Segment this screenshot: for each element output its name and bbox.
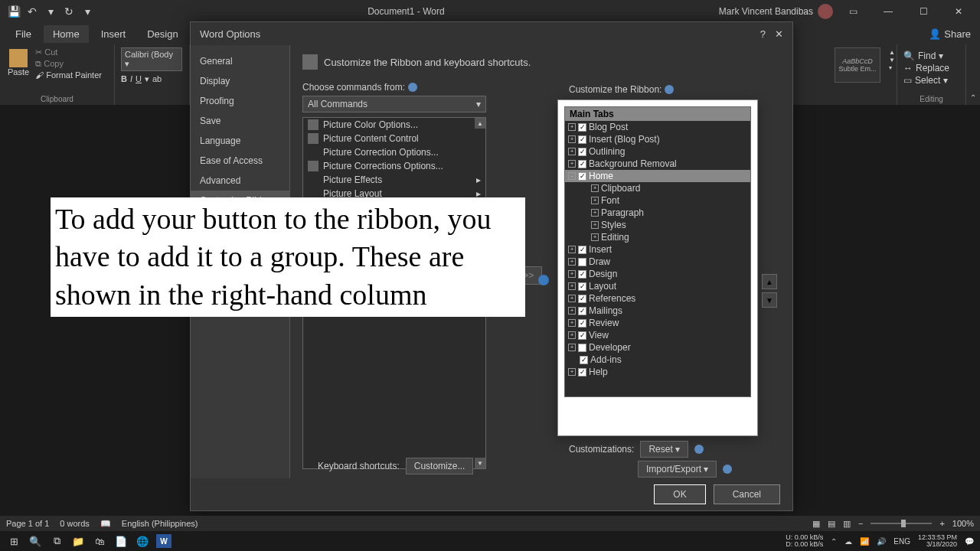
expand-icon[interactable]: + [568,148,576,155]
sidebar-item-language[interactable]: Language [191,131,289,151]
checkbox[interactable]: ✓ [578,135,586,144]
ribbon-tree[interactable]: Main Tabs+✓Blog Post+✓Insert (Blog Post)… [564,106,751,397]
import-export-button[interactable]: Import/Export ▾ [638,461,717,478]
tree-item[interactable]: +✓Insert (Blog Post) [565,133,750,145]
language-indicator[interactable]: English (Philippines) [122,519,198,528]
style-up-icon[interactable]: ▲ [889,49,895,56]
notification-icon[interactable]: 💬 [965,537,974,546]
expand-icon[interactable]: + [568,307,576,315]
info-icon[interactable] [723,465,732,474]
command-list-item[interactable]: Picture Correction Options... [303,145,485,159]
command-list-item[interactable]: Picture Color Options... [303,118,485,132]
copy-button[interactable]: ⧉ Copy [35,59,102,69]
expand-icon[interactable]: + [591,197,599,204]
tree-item[interactable]: +✓Layout [565,280,750,292]
expand-icon[interactable]: + [568,270,576,278]
font-select[interactable]: Calibri (Body ▾ [121,47,182,71]
checkbox[interactable] [578,258,586,266]
read-mode-icon[interactable]: ▦ [812,519,820,529]
maximize-icon[interactable]: ☐ [908,0,939,23]
expand-icon[interactable]: + [568,331,576,339]
file-explorer-icon[interactable]: 📁 [70,534,86,548]
redo-icon[interactable]: ↻ [63,5,75,18]
style-preview[interactable]: AaBbCcDSubtle Em... [835,47,880,83]
help-icon[interactable]: ? [760,28,766,40]
dropdown-icon[interactable]: ▾ [81,5,93,18]
checkbox[interactable]: ✓ [578,331,586,340]
sidebar-item-proofing[interactable]: Proofing [191,91,289,111]
dropdown-icon[interactable]: ▾ [44,5,57,18]
tree-item[interactable]: +Paragraph [565,207,750,219]
style-more-icon[interactable]: ▾ [889,64,895,71]
checkbox[interactable]: ✓ [578,270,586,279]
tray-chevron-icon[interactable]: ⌃ [831,537,837,546]
find-button[interactable]: 🔍 Find ▾ [903,51,959,61]
undo-icon[interactable]: ↶ [26,5,38,18]
command-list-item[interactable]: Picture Corrections Options... [303,159,485,173]
search-icon[interactable]: 🔍 [28,534,43,548]
checkbox[interactable]: ✓ [578,172,586,181]
expand-icon[interactable]: + [591,233,599,241]
tree-item[interactable]: +✓References [565,292,750,305]
close-dialog-icon[interactable]: ✕ [775,28,783,40]
zoom-out-icon[interactable]: − [858,519,863,528]
tree-item[interactable]: +Draw [565,256,750,268]
checkbox[interactable] [578,344,586,352]
ribbon-options-icon[interactable]: ▭ [838,0,868,23]
info-icon[interactable] [665,85,674,94]
zoom-level[interactable]: 100% [952,519,974,528]
tab-home[interactable]: Home [44,25,89,43]
page-indicator[interactable]: Page 1 of 1 [6,519,49,528]
tree-item[interactable]: +✓Help [565,366,750,378]
ime-indicator[interactable]: ENG [893,537,910,546]
customize-keyboard-button[interactable]: Customize... [406,458,474,474]
checkbox[interactable]: ✓ [578,160,586,168]
expand-icon[interactable]: + [568,258,576,266]
expand-icon[interactable]: + [591,221,599,229]
paste-button[interactable]: Paste [6,47,31,80]
expand-icon[interactable]: - [568,172,576,180]
store-icon[interactable]: 🛍 [92,534,107,548]
tree-item[interactable]: +Clipboard [565,182,750,194]
tab-file[interactable]: File [6,25,41,43]
tree-item[interactable]: ✓Add-ins [565,354,750,366]
notepad-icon[interactable]: 📄 [113,534,129,548]
volume-icon[interactable]: 🔊 [877,537,886,546]
cancel-button[interactable]: Cancel [714,484,780,504]
expand-icon[interactable]: + [568,344,576,351]
word-taskbar-icon[interactable]: W [156,534,172,548]
expand-icon[interactable]: + [568,135,576,143]
close-icon[interactable]: ✕ [943,0,974,23]
format-painter-button[interactable]: 🖌 Format Painter [35,70,102,80]
tree-item[interactable]: +✓View [565,329,750,341]
avatar-icon[interactable] [818,4,833,19]
share-button[interactable]: Share [944,28,971,40]
info-icon[interactable] [408,83,417,92]
clock-date[interactable]: 3/18/2020 [918,541,957,548]
expand-icon[interactable]: + [568,246,576,253]
tree-item[interactable]: +✓Review [565,317,750,329]
sidebar-item-advanced[interactable]: Advanced [191,171,289,191]
expand-icon[interactable]: + [568,295,576,302]
strike-button[interactable]: ab [152,74,162,84]
word-count[interactable]: 0 words [60,519,90,528]
cut-button[interactable]: ✂ Cut [35,47,102,57]
expand-icon[interactable]: + [568,160,576,168]
scroll-down-icon[interactable]: ▼ [475,458,485,468]
sidebar-item-ease[interactable]: Ease of Access [191,151,289,171]
underline-button[interactable]: U [136,74,142,84]
info-icon[interactable] [694,445,704,454]
expand-icon[interactable]: + [568,368,576,376]
expand-icon[interactable]: + [568,123,576,131]
tree-item[interactable]: +✓Background Removal [565,158,750,170]
spellcheck-icon[interactable]: 📖 [100,519,111,529]
strike-button[interactable]: ▾ [145,74,149,84]
expand-icon[interactable]: + [568,282,576,290]
expand-icon[interactable]: + [568,319,576,327]
minimize-icon[interactable]: — [873,0,903,23]
move-down-button[interactable]: ▼ [762,292,777,308]
tree-item[interactable]: +✓Insert [565,243,750,256]
checkbox[interactable]: ✓ [578,246,586,254]
checkbox[interactable]: ✓ [578,368,586,377]
choose-from-dropdown[interactable]: All Commands▾ [302,96,486,112]
